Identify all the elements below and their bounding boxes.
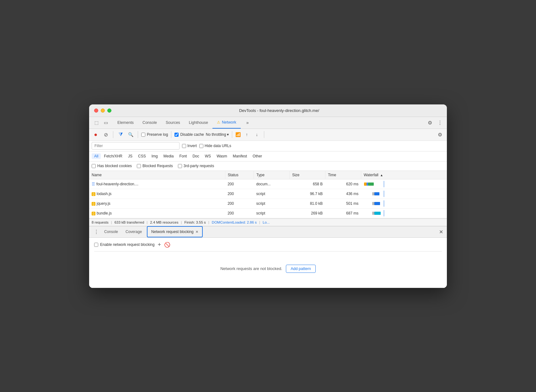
doc-icon: ☰ — [92, 182, 95, 186]
blocked-requests-checkbox[interactable] — [137, 164, 141, 168]
toolbar-separator-5 — [264, 131, 264, 138]
third-party-requests-checkbox[interactable] — [178, 164, 182, 168]
more-tabs-button[interactable]: » — [242, 117, 253, 129]
clear-button[interactable]: ⊘ — [102, 130, 110, 139]
bottom-more-button[interactable]: ⋮ — [92, 228, 100, 236]
minimize-button[interactable] — [101, 109, 105, 113]
type-other[interactable]: Other — [250, 153, 265, 159]
more-menu-button[interactable]: ⋮ — [436, 118, 444, 127]
network-table-wrap: Name Status Type Size Time Waterfall ▲ ☰… — [89, 171, 447, 219]
disable-cache-label[interactable]: Disable cache — [174, 132, 204, 137]
title-bar: DevTools - foul-heavenly-direction.glitc… — [89, 104, 447, 117]
table-row[interactable]: {}jquery.js200script81.0 kB501 ms — [89, 199, 447, 208]
wifi-icon: 📶 — [235, 132, 241, 137]
close-button[interactable] — [94, 109, 98, 113]
type-filter-bar: All Fetch/XHR JS CSS Img Media Font Doc … — [89, 151, 447, 162]
tabs-bar: ⬚ ▭ Elements Console Sources Lighthouse … — [89, 117, 447, 129]
status-bar: 8 requests | 633 kB transferred | 2.4 MB… — [89, 219, 447, 226]
script-icon: {} — [92, 192, 95, 196]
cursor-icon[interactable]: ⬚ — [92, 118, 101, 127]
disable-cache-checkbox[interactable] — [174, 133, 179, 137]
type-doc[interactable]: Doc — [190, 153, 201, 159]
toolbar-separator-4 — [232, 131, 232, 138]
maximize-button[interactable] — [107, 109, 111, 113]
enable-blocking-label[interactable]: Enable network request blocking — [94, 242, 154, 247]
bottom-tabs-bar: ⋮ Console Coverage Network request block… — [89, 226, 447, 238]
window-title: DevTools - foul-heavenly-direction.glitc… — [116, 108, 442, 113]
bottom-tab-network-request-blocking[interactable]: Network request blocking ✕ — [147, 226, 203, 237]
type-fetch-xhr[interactable]: Fetch/XHR — [101, 153, 125, 159]
table-row[interactable]: {}lodash.js200script96.7 kB436 ms — [89, 189, 447, 199]
tab-sources[interactable]: Sources — [161, 117, 185, 129]
col-size[interactable]: Size — [289, 171, 325, 179]
network-table-body: ☰foul-heavenly-direction....200docum...6… — [89, 179, 447, 218]
type-all[interactable]: All — [92, 153, 101, 159]
empty-message: Network requests are not blocked. Add pa… — [94, 255, 442, 278]
filter-bar: Invert Hide data URLs — [89, 141, 447, 151]
col-name[interactable]: Name — [89, 171, 225, 179]
filter-toggle[interactable]: ⧩ — [116, 130, 125, 139]
tabs-right: ⚙ ⋮ — [426, 118, 444, 127]
device-icon[interactable]: ▭ — [101, 118, 110, 127]
upload-icon[interactable]: ↑ — [243, 130, 251, 139]
network-toolbar: ● ⊘ ⧩ 🔍 Preserve log Disable cache No th… — [89, 129, 447, 141]
record-button[interactable]: ● — [92, 130, 100, 139]
type-manifest[interactable]: Manifest — [230, 153, 249, 159]
tab-icons: ⬚ ▭ — [92, 118, 110, 127]
network-settings-button[interactable]: ⚙ — [436, 130, 444, 139]
tab-console[interactable]: Console — [138, 117, 161, 129]
download-icon[interactable]: ↓ — [253, 130, 261, 139]
type-font[interactable]: Font — [177, 153, 189, 159]
bottom-panel: ⋮ Console Coverage Network request block… — [89, 226, 447, 288]
add-icon[interactable]: + — [158, 241, 161, 248]
toolbar-separator-1 — [113, 131, 113, 138]
bottom-tab-console[interactable]: Console — [100, 226, 122, 237]
invert-checkbox[interactable] — [182, 144, 186, 148]
tab-elements[interactable]: Elements — [113, 117, 138, 129]
third-party-requests-label[interactable]: 3rd-party requests — [178, 164, 214, 168]
has-blocked-cookies-label[interactable]: Has blocked cookies — [92, 164, 132, 168]
hide-data-urls-checkbox[interactable] — [199, 144, 203, 148]
blocked-requests-label[interactable]: Blocked Requests — [137, 164, 173, 168]
devtools-body: ⬚ ▭ Elements Console Sources Lighthouse … — [89, 117, 447, 288]
enable-blocking-checkbox[interactable] — [94, 243, 98, 247]
devtools-window: DevTools - foul-heavenly-direction.glitc… — [89, 104, 447, 288]
type-wasm[interactable]: Wasm — [214, 153, 230, 159]
preserve-log-checkbox[interactable] — [141, 133, 145, 137]
script-icon: {} — [92, 201, 95, 206]
block-all-icon[interactable]: 🚫 — [164, 242, 170, 248]
table-header-row: Name Status Type Size Time Waterfall ▲ — [89, 171, 447, 179]
toolbar-separator-2 — [138, 131, 138, 138]
script-icon: {} — [92, 211, 95, 215]
close-panel-button[interactable]: ✕ — [438, 229, 444, 235]
col-type[interactable]: Type — [254, 171, 289, 179]
network-table: Name Status Type Size Time Waterfall ▲ ☰… — [89, 171, 447, 218]
traffic-lights — [94, 109, 111, 113]
hide-data-urls-label[interactable]: Hide data URLs — [199, 144, 231, 148]
type-media[interactable]: Media — [161, 153, 176, 159]
search-button[interactable]: 🔍 — [126, 130, 135, 139]
filter-input[interactable] — [92, 142, 180, 150]
table-row[interactable]: {}bundle.js200script269 kB687 ms — [89, 208, 447, 218]
col-time[interactable]: Time — [325, 171, 361, 179]
blocking-panel: Enable network request blocking + 🚫 Netw… — [89, 238, 447, 288]
settings-button[interactable]: ⚙ — [426, 118, 434, 127]
col-status[interactable]: Status — [225, 171, 254, 179]
type-css[interactable]: CSS — [136, 153, 148, 159]
close-tab-icon[interactable]: ✕ — [196, 230, 198, 234]
bottom-tab-coverage[interactable]: Coverage — [122, 226, 146, 237]
table-row[interactable]: ☰foul-heavenly-direction....200docum...6… — [89, 179, 447, 189]
toolbar-separator-3 — [171, 131, 171, 138]
preserve-log-label[interactable]: Preserve log — [141, 132, 168, 137]
type-img[interactable]: Img — [149, 153, 160, 159]
invert-checkbox-label[interactable]: Invert — [182, 144, 197, 148]
throttle-select[interactable]: No throttling ▾ — [206, 132, 229, 137]
tab-network[interactable]: ⚠ Network — [212, 117, 241, 129]
has-blocked-cookies-checkbox[interactable] — [92, 164, 96, 168]
col-waterfall[interactable]: Waterfall ▲ — [361, 171, 447, 179]
type-js[interactable]: JS — [126, 153, 135, 159]
sort-arrow-icon: ▲ — [380, 173, 383, 177]
add-pattern-button[interactable]: Add pattern — [286, 265, 316, 273]
tab-lighthouse[interactable]: Lighthouse — [185, 117, 212, 129]
type-ws[interactable]: WS — [202, 153, 213, 159]
